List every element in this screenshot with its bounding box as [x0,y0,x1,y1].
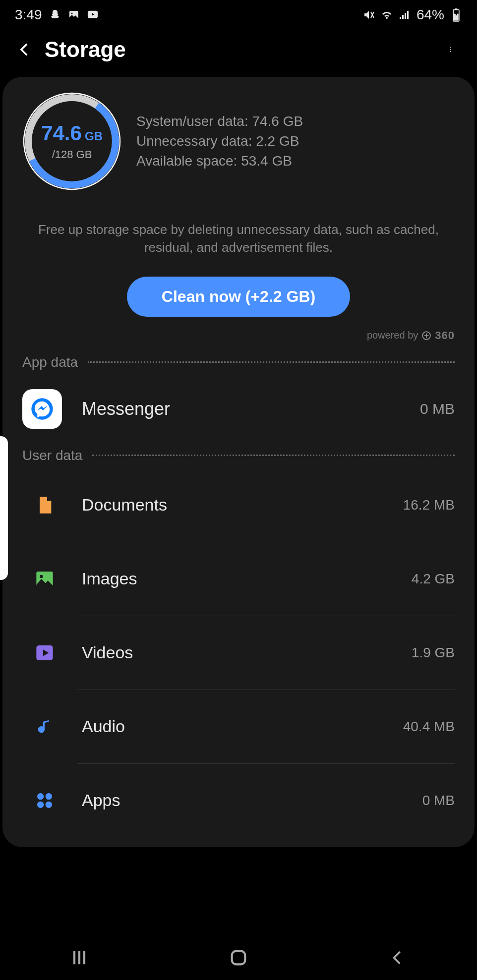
image-icon [32,559,57,599]
home-button[interactable] [224,943,253,973]
svg-point-1 [71,13,72,14]
back-button[interactable] [15,40,35,59]
svg-point-19 [40,575,43,578]
section-title-app-data: App data [22,354,78,370]
svg-point-11 [450,49,451,50]
status-bar: 3:49 64% [0,0,477,27]
page-title: Storage [45,37,442,62]
section-title-user-data: User data [22,448,82,463]
battery-charging-icon [450,9,462,21]
row-label: Documents [82,495,403,515]
summary-unnecessary: Unnecessary data: 2.2 GB [136,133,303,149]
svg-rect-25 [232,951,245,965]
status-right: 64% [363,7,462,23]
user-row-documents[interactable]: Documents 16.2 MB [2,468,475,542]
row-label: Messenger [82,399,400,419]
status-left: 3:49 [15,7,99,23]
svg-point-24 [46,801,52,807]
clean-now-button[interactable]: Clean now (+2.2 GB) [127,277,350,317]
user-row-videos[interactable]: Videos 1.9 GB [2,616,475,690]
storage-summary: 74.6 GB /128 GB System/user data: 74.6 G… [2,92,475,206]
app-header: Storage [0,27,477,77]
used-number: 74.6 [41,121,82,145]
app-row-messenger[interactable]: Messenger 0 MB [2,375,475,443]
section-user-data: User data [2,443,475,468]
mute-icon [363,9,375,21]
recents-button[interactable] [64,943,94,973]
gallery-icon [68,9,80,21]
user-data-list: Documents 16.2 MB Images 4.2 GB Videos 1… [2,468,475,837]
status-time: 3:49 [15,7,42,23]
wifi-icon [381,9,393,21]
youtube-icon [87,9,99,21]
svg-rect-6 [407,11,409,19]
svg-rect-4 [402,15,404,19]
row-value: 40.4 MB [403,719,455,735]
row-label: Videos [82,643,412,662]
svg-rect-3 [400,17,401,19]
signal-icon [399,9,411,21]
powered-by-label: powered by [367,330,418,341]
more-options-button[interactable] [442,40,462,59]
summary-system-user: System/user data: 74.6 GB [136,114,303,129]
cleanup-hint: Free up storage space by deleting unnece… [2,206,475,277]
row-label: Audio [82,717,403,736]
snapchat-icon [49,9,61,21]
row-label: Images [82,569,412,588]
nav-back-button[interactable] [383,943,413,973]
system-navbar [0,935,477,980]
row-label: Apps [82,791,422,810]
edge-panel-handle[interactable] [0,436,8,580]
user-row-images[interactable]: Images 4.2 GB [2,542,475,616]
row-value: 16.2 MB [403,497,455,513]
audio-icon [32,707,57,747]
row-value: 0 MB [420,401,455,417]
svg-point-12 [450,51,451,52]
apps-icon [32,781,57,820]
document-icon [32,485,57,525]
messenger-icon [22,389,62,429]
powered-by: powered by 360 [2,317,475,349]
video-icon [32,633,57,673]
storage-card: 74.6 GB /128 GB System/user data: 74.6 G… [2,77,475,847]
row-value: 0 MB [422,793,455,808]
summary-lines: System/user data: 74.6 GB Unnecessary da… [136,114,303,169]
section-divider-icon [88,361,455,363]
svg-point-21 [37,793,44,800]
total-space: /128 GB [52,148,92,161]
battery-percent: 64% [417,7,444,23]
svg-point-10 [450,47,451,48]
svg-point-23 [37,801,44,807]
summary-available: Available space: 53.4 GB [136,153,303,169]
row-value: 4.2 GB [412,571,455,587]
ring-center: 74.6 GB /128 GB [22,92,121,191]
svg-rect-5 [405,13,406,19]
used-unit: GB [85,129,103,143]
section-app-data: App data [2,349,475,375]
row-value: 1.9 GB [412,645,455,661]
user-row-audio[interactable]: Audio 40.4 MB [2,690,475,763]
user-row-apps[interactable]: Apps 0 MB [2,764,475,837]
svg-rect-8 [455,8,458,9]
used-space-value: 74.6 GB [41,121,103,145]
powered-by-brand: 360 [435,329,455,342]
storage-ring-chart: 74.6 GB /128 GB [22,92,121,191]
svg-point-22 [46,793,52,800]
section-divider-icon [92,455,455,456]
